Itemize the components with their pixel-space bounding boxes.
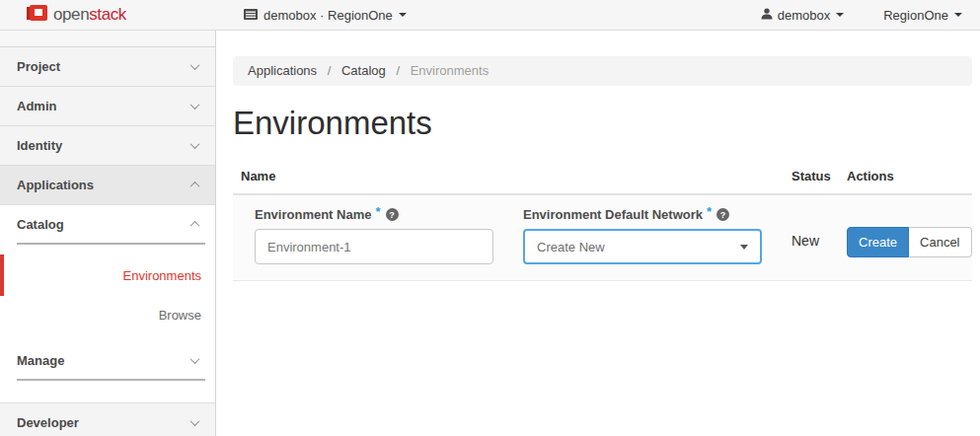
breadcrumb-separator: / bbox=[396, 63, 400, 78]
create-button[interactable]: Create bbox=[847, 227, 909, 257]
chevron-down-icon bbox=[190, 60, 200, 70]
openstack-cube-icon bbox=[27, 4, 48, 26]
status-cell: New bbox=[792, 195, 847, 280]
label-text: Environment Default Network bbox=[523, 207, 703, 222]
chevron-down-icon bbox=[190, 100, 200, 109]
sidebar-item-browse[interactable]: Browse bbox=[0, 296, 215, 333]
caret-down-icon bbox=[836, 13, 844, 17]
environment-name-input[interactable] bbox=[255, 229, 493, 264]
environments-table: Name Status Actions Environment Name * ?… bbox=[233, 169, 972, 281]
user-menu-label: demobox bbox=[778, 8, 830, 23]
sidebar-item-applications[interactable]: Applications bbox=[0, 166, 215, 205]
sidebar-item-manage[interactable]: Manage bbox=[0, 341, 215, 379]
actions-cell: Create Cancel bbox=[847, 195, 972, 280]
sidebar-item-label: Manage bbox=[17, 353, 64, 368]
environment-name-group: Environment Name * ? bbox=[255, 203, 493, 264]
catalog-underline bbox=[17, 243, 205, 245]
caret-down-icon bbox=[954, 13, 962, 17]
breadcrumb-link-catalog[interactable]: Catalog bbox=[341, 63, 386, 78]
logo-stack: stack bbox=[89, 5, 126, 24]
sidebar-item-label: Browse bbox=[159, 308, 201, 323]
question-circle-icon[interactable]: ? bbox=[386, 208, 399, 221]
logo-open: open bbox=[53, 5, 89, 24]
page-title: Environments bbox=[233, 105, 972, 142]
user-menu[interactable]: demobox bbox=[761, 8, 844, 23]
chevron-down-icon bbox=[190, 416, 200, 426]
breadcrumb-separator: / bbox=[328, 63, 332, 78]
select-value: Create New bbox=[537, 240, 605, 254]
logo-text: openstack bbox=[53, 5, 126, 25]
sidebar-item-label: Developer bbox=[17, 415, 79, 430]
caret-down-icon bbox=[399, 13, 407, 17]
breadcrumb-current: Environments bbox=[411, 63, 489, 78]
context-switcher-label: demobox · RegionOne bbox=[264, 8, 393, 23]
default-network-group: Environment Default Network * ? Create N… bbox=[523, 203, 762, 264]
sidebar-item-label: Applications bbox=[17, 178, 94, 192]
name-cell: Environment Name * ? Environment Default… bbox=[233, 195, 792, 280]
chevron-up-icon bbox=[190, 182, 200, 191]
sidebar-collapsed-strip bbox=[0, 31, 215, 47]
manage-underline bbox=[17, 379, 205, 381]
table-header-row: Name Status Actions bbox=[233, 169, 972, 195]
sidebar-item-identity[interactable]: Identity bbox=[0, 126, 215, 166]
sidebar-item-environments[interactable]: Environments bbox=[0, 254, 215, 296]
list-icon bbox=[244, 8, 264, 23]
cancel-button[interactable]: Cancel bbox=[909, 227, 971, 257]
region-menu[interactable]: RegionOne bbox=[883, 8, 962, 23]
sidebar-item-label: Identity bbox=[17, 138, 62, 153]
label-text: Environment Name bbox=[255, 207, 371, 222]
question-circle-icon[interactable]: ? bbox=[716, 208, 729, 221]
region-menu-label: RegionOne bbox=[883, 8, 948, 23]
actions-button-group: Create Cancel bbox=[847, 227, 972, 257]
sidebar-item-label: Environments bbox=[123, 268, 201, 283]
top-navbar: openstack demobox · RegionOne demobox bbox=[0, 0, 980, 31]
default-network-select[interactable]: Create New bbox=[523, 229, 762, 264]
select-caret-icon bbox=[740, 245, 748, 250]
table-row: Environment Name * ? Environment Default… bbox=[233, 195, 972, 281]
openstack-logo[interactable]: openstack bbox=[0, 4, 216, 26]
main-content: Applications / Catalog / Environments En… bbox=[217, 31, 980, 436]
chevron-down-icon bbox=[190, 354, 200, 364]
sidebar-item-label: Project bbox=[17, 59, 60, 74]
chevron-down-icon bbox=[190, 139, 200, 149]
sidebar-item-label: Catalog bbox=[17, 217, 64, 232]
column-header-status: Status bbox=[792, 169, 847, 183]
breadcrumb: Applications / Catalog / Environments bbox=[233, 56, 972, 86]
project-context-switcher[interactable]: demobox · RegionOne bbox=[244, 8, 407, 23]
person-icon bbox=[761, 8, 778, 23]
sidebar: Project Admin Identity Applications Cata… bbox=[0, 31, 216, 436]
column-header-actions: Actions bbox=[847, 169, 972, 183]
sidebar-item-label: Admin bbox=[17, 99, 56, 113]
required-asterisk: * bbox=[707, 204, 712, 219]
environment-name-label: Environment Name * ? bbox=[255, 207, 493, 222]
column-header-name: Name bbox=[233, 169, 792, 183]
breadcrumb-link-applications[interactable]: Applications bbox=[248, 63, 317, 78]
sidebar-item-admin[interactable]: Admin bbox=[0, 87, 215, 126]
sidebar-item-catalog[interactable]: Catalog bbox=[0, 205, 215, 243]
required-asterisk: * bbox=[375, 204, 380, 219]
sidebar-item-project[interactable]: Project bbox=[0, 47, 215, 87]
navbar-right: demobox RegionOne bbox=[761, 8, 980, 23]
manage-block: Manage bbox=[0, 341, 215, 381]
applications-subpanel: Catalog Environments Browse Manage bbox=[0, 205, 215, 402]
default-network-label: Environment Default Network * ? bbox=[523, 207, 762, 222]
chevron-up-icon bbox=[190, 220, 200, 230]
sidebar-item-developer[interactable]: Developer bbox=[0, 402, 215, 436]
